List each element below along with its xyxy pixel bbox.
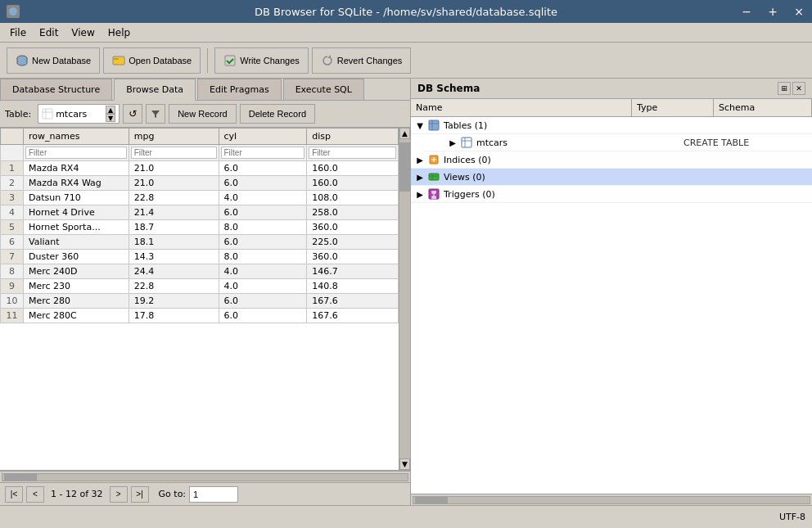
goto-input[interactable] [189,486,238,503]
toolbar-separator [207,48,208,73]
arrow-down[interactable]: ▼ [106,114,115,122]
write-changes-button[interactable]: Write Changes [214,47,309,74]
pagination: |< < 1 - 12 of 32 > >| Go to: [0,482,410,505]
close-button[interactable]: × [786,0,812,23]
menu-view[interactable]: View [65,25,101,40]
minimize-button[interactable]: − [733,0,760,23]
arrow-up[interactable]: ▲ [106,106,115,114]
statusbar: UTF-8 [0,505,812,528]
views-toggle[interactable]: ▶ [414,171,426,183]
vertical-scrollbar[interactable]: ▲ ▼ [399,128,410,470]
menu-help[interactable]: Help [102,25,137,40]
data-table-wrapper[interactable]: row_names mpg cyl disp [0,128,399,470]
window-title: DB Browser for SQLite - /home/sv/shared/… [255,6,557,18]
menu-edit[interactable]: Edit [33,25,65,40]
goto-label: Go to: [159,489,187,499]
new-database-button[interactable]: New Database [7,47,100,74]
indices-toggle[interactable]: ▶ [414,154,426,165]
table-header-row: row_names mpg cyl disp [1,129,399,145]
next-page-button[interactable]: > [110,486,128,503]
svg-rect-3 [113,58,119,60]
views-row[interactable]: ▶ Views (0) [411,169,812,186]
schema-hscroll-thumb[interactable] [415,497,448,503]
filter-mpg[interactable] [131,147,217,159]
table-row[interactable]: 2Mazda RX4 Wag21.06.0160.0 [1,176,399,191]
table-row[interactable]: 5Hornet Sporta...18.78.0360.0 [1,220,399,235]
svg-rect-11 [462,138,471,147]
hscroll-track[interactable] [2,473,408,481]
data-table: row_names mpg cyl disp [0,128,399,323]
table-row[interactable]: 6Valiant18.16.0225.0 [1,235,399,250]
page-info: 1 - 12 of 32 [51,489,103,499]
last-page-button[interactable]: >| [131,486,149,503]
hscroll-thumb[interactable] [4,474,37,481]
tables-label: Tables (1) [444,120,585,131]
open-database-button[interactable]: Open Database [103,47,201,74]
scroll-track[interactable] [399,139,410,458]
table-toolbar: Table: mtcars ▲ ▼ ↺ New Record Delete Re… [0,101,410,128]
schema-icon-1[interactable]: ⊞ [778,82,791,95]
first-page-button[interactable]: |< [5,486,23,503]
mtcars-toggle[interactable]: ▶ [447,137,458,148]
new-database-label: New Database [32,56,91,65]
col-type-header: Type [632,99,714,116]
mtcars-icon [460,136,473,149]
indices-label: Indices (0) [444,155,809,165]
schema-hscroll-track[interactable] [413,496,810,504]
table-row[interactable]: 7Duster 36014.38.0360.0 [1,250,399,264]
open-database-label: Open Database [129,56,192,65]
table-row[interactable]: 8Merc 240D24.44.0146.7 [1,264,399,279]
main-toolbar: New Database Open Database Write Changes… [0,43,812,79]
table-row[interactable]: 10Merc 28019.26.0167.6 [1,294,399,309]
table-row[interactable]: 9Merc 23022.84.0140.8 [1,279,399,294]
filter-disp[interactable] [309,147,396,159]
prev-page-button[interactable]: < [26,486,44,503]
scroll-down-button[interactable]: ▼ [399,458,410,470]
horizontal-scrollbar[interactable] [0,471,410,482]
mtcars-schema: CREATE TABLE [683,138,809,148]
window-controls: − + × [733,0,812,23]
mtcars-row[interactable]: ▶ mtcars CREATE TABLE [424,134,812,151]
filter-button[interactable] [146,104,165,124]
table-scroll-area: row_names mpg cyl disp [0,128,410,470]
new-record-button[interactable]: New Record [169,104,237,124]
revert-changes-button[interactable]: Revert Changes [312,47,412,74]
schema-header: DB Schema ⊞ ✕ [411,79,812,99]
tab-edit-pragmas[interactable]: Edit Pragmas [197,79,282,100]
table-row[interactable]: 11Merc 280C17.86.0167.6 [1,309,399,323]
table-row[interactable]: 3Datsun 71022.84.0108.0 [1,191,399,205]
tables-row[interactable]: ▼ Tables (1) [411,117,812,134]
maximize-button[interactable]: + [760,0,786,23]
menu-file[interactable]: File [3,25,33,40]
triggers-toggle[interactable]: ▶ [414,188,426,200]
tab-execute-sql[interactable]: Execute SQL [283,79,364,100]
tables-toggle[interactable]: ▼ [414,120,426,131]
table-selector[interactable]: mtcars ▲ ▼ [38,104,120,124]
left-panel: Database Structure Browse Data Edit Prag… [0,79,411,505]
filter-row_names[interactable] [25,147,127,159]
svg-rect-4 [225,56,235,65]
col-name-header: Name [411,99,632,116]
svg-rect-5 [43,109,52,119]
triggers-row[interactable]: ▶ Triggers (0) [411,186,812,203]
schema-icon-2[interactable]: ✕ [792,82,805,95]
scroll-thumb[interactable] [399,142,410,192]
schema-hscroll[interactable] [411,494,812,505]
table-arrows[interactable]: ▲ ▼ [106,106,115,122]
table-row[interactable]: 4Hornet 4 Drive21.46.0258.0 [1,205,399,220]
mtcars-label: mtcars [476,138,602,148]
refresh-button[interactable]: ↺ [123,104,142,124]
table-row[interactable]: 1Mazda RX421.06.0160.0 [1,161,399,176]
col-header-mpg: mpg [129,129,219,145]
tables-icon [427,119,440,132]
col-schema-header: Schema [714,99,812,116]
col-header-cyl: cyl [219,129,307,145]
svg-rect-8 [429,120,439,130]
col-header-row_names: row_names [24,129,129,145]
tab-browse-data[interactable]: Browse Data [114,79,196,101]
scroll-up-button[interactable]: ▲ [399,128,410,139]
indices-row[interactable]: ▶ Indices (0) [411,151,812,169]
tab-database-structure[interactable]: Database Structure [0,79,112,100]
filter-cyl[interactable] [221,147,305,159]
delete-record-button[interactable]: Delete Record [240,104,315,124]
